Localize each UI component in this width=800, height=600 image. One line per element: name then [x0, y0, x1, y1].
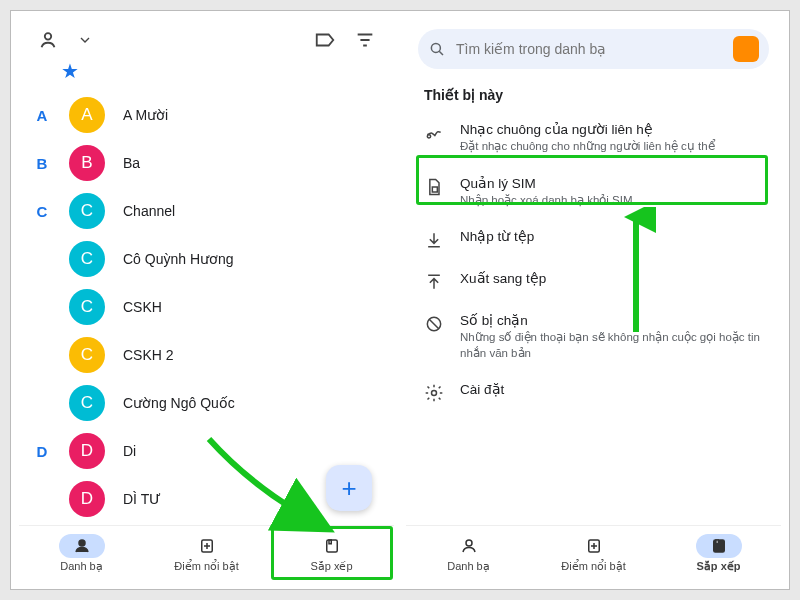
avatar: C	[69, 193, 105, 229]
settings-list: Nhạc chuông của người liên hệ Đặt nhạc c…	[406, 111, 781, 525]
nav-organize[interactable]: Sắp xếp	[656, 526, 781, 581]
highlights-icon	[198, 537, 216, 555]
setting-title: Quản lý SIM	[460, 175, 632, 191]
nav-highlights[interactable]: Điểm nổi bật	[531, 526, 656, 581]
contact-name: CSKH	[123, 299, 162, 315]
nav-organize[interactable]: Sắp xếp	[269, 526, 394, 581]
avatar: B	[69, 145, 105, 181]
svg-point-5	[431, 43, 440, 52]
avatar: C	[69, 337, 105, 373]
nav-contacts[interactable]: Danh bạ	[406, 526, 531, 581]
setting-title: Nhập từ tệp	[460, 228, 534, 244]
add-contact-fab[interactable]: +	[326, 465, 372, 511]
label-icon[interactable]	[314, 29, 336, 51]
contact-row[interactable]: C C Channel	[33, 187, 380, 235]
svg-point-0	[45, 33, 51, 39]
svg-point-1	[79, 540, 85, 546]
search-input[interactable]	[456, 41, 723, 57]
index-letter: B	[33, 155, 51, 172]
setting-title: Nhạc chuông của người liên hệ	[460, 121, 715, 137]
search-icon	[428, 40, 446, 58]
setting-subtitle: Nhập hoặc xoá danh bạ khỏi SIM	[460, 193, 632, 209]
contact-name: Cường Ngô Quốc	[123, 395, 235, 411]
setting-blocked[interactable]: Số bị chặn Những số điện thoại bạn sẽ kh…	[406, 302, 781, 371]
contact-name: Di	[123, 443, 136, 459]
phone-left: ★ A A A Mười B B Ba C C Channel C Cô Quỳ…	[19, 19, 394, 581]
dropdown-chevron-icon[interactable]	[77, 29, 93, 51]
index-letter: C	[33, 203, 51, 220]
setting-sim[interactable]: Quản lý SIM Nhập hoặc xoá danh bạ khỏi S…	[406, 165, 781, 219]
highlights-icon	[585, 537, 603, 555]
setting-subtitle: Những số điện thoại bạn sẽ không nhận cu…	[460, 330, 763, 361]
person-icon	[460, 537, 478, 555]
ringtone-icon	[424, 123, 444, 143]
contact-row[interactable]: C Cường Ngô Quốc	[33, 379, 380, 427]
person-icon	[73, 537, 91, 555]
contact-name: DÌ TƯ	[123, 491, 161, 507]
avatar: D	[69, 481, 105, 517]
upload-icon	[424, 272, 444, 292]
svg-rect-7	[432, 187, 437, 192]
organize-icon	[710, 537, 728, 555]
contact-row[interactable]: D D Di	[33, 427, 380, 475]
nav-label: Điểm nổi bật	[561, 560, 625, 573]
setting-ringtone[interactable]: Nhạc chuông của người liên hệ Đặt nhạc c…	[406, 111, 781, 165]
search-bar[interactable]	[418, 29, 769, 69]
avatar: C	[69, 289, 105, 325]
nav-contacts[interactable]: Danh bạ	[19, 526, 144, 581]
contacts-list: A A A Mười B B Ba C C Channel C Cô Quỳnh…	[19, 91, 394, 525]
download-icon	[424, 230, 444, 250]
contact-name: Channel	[123, 203, 175, 219]
profile-avatar[interactable]	[733, 36, 759, 62]
setting-subtitle: Đặt nhạc chuông cho những người liên hệ …	[460, 139, 715, 155]
contact-name: Cô Quỳnh Hương	[123, 251, 234, 267]
left-topbar	[19, 19, 394, 57]
svg-point-10	[466, 540, 472, 546]
avatar: A	[69, 97, 105, 133]
organize-icon	[323, 537, 341, 555]
left-navbar: Danh bạ Điểm nổi bật Sắp xếp	[19, 525, 394, 581]
contact-row[interactable]: B B Ba	[33, 139, 380, 187]
nav-highlights[interactable]: Điểm nổi bật	[144, 526, 269, 581]
contact-row[interactable]: A A A Mười	[33, 91, 380, 139]
filter-icon[interactable]	[354, 29, 376, 51]
contact-name: CSKH 2	[123, 347, 174, 363]
nav-label: Danh bạ	[447, 560, 489, 573]
setting-export[interactable]: Xuất sang tệp	[406, 260, 781, 302]
nav-label: Điểm nổi bật	[174, 560, 238, 573]
blocked-icon	[424, 314, 444, 334]
star-icon: ★	[61, 60, 79, 82]
contact-row[interactable]: C CSKH	[33, 283, 380, 331]
tutorial-frame: ★ A A A Mười B B Ba C C Channel C Cô Quỳ…	[10, 10, 790, 590]
section-title: Thiết bị này	[406, 75, 781, 111]
avatar: C	[69, 241, 105, 277]
contact-name: A Mười	[123, 107, 168, 123]
phone-right: Thiết bị này Nhạc chuông của người liên …	[406, 19, 781, 581]
avatar: C	[69, 385, 105, 421]
svg-rect-4	[329, 540, 331, 544]
right-navbar: Danh bạ Điểm nổi bật Sắp xếp	[406, 525, 781, 581]
setting-settings[interactable]: Cài đặt	[406, 371, 781, 413]
svg-point-6	[427, 135, 430, 138]
contact-row[interactable]: C Cô Quỳnh Hương	[33, 235, 380, 283]
favorites-header[interactable]: ★	[19, 57, 394, 91]
index-letter: A	[33, 107, 51, 124]
nav-label: Sắp xếp	[310, 560, 352, 573]
sim-icon	[424, 177, 444, 197]
avatar: D	[69, 433, 105, 469]
nav-label: Sắp xếp	[697, 560, 741, 573]
account-icon[interactable]	[37, 29, 59, 51]
setting-title: Số bị chặn	[460, 312, 763, 328]
contact-row[interactable]: C CSKH 2	[33, 331, 380, 379]
svg-rect-13	[716, 540, 718, 544]
contact-name: Ba	[123, 155, 140, 171]
index-letter: D	[33, 443, 51, 460]
setting-import[interactable]: Nhập từ tệp	[406, 218, 781, 260]
nav-label: Danh bạ	[60, 560, 102, 573]
svg-point-9	[432, 391, 437, 396]
setting-title: Xuất sang tệp	[460, 270, 546, 286]
setting-title: Cài đặt	[460, 381, 504, 397]
gear-icon	[424, 383, 444, 403]
